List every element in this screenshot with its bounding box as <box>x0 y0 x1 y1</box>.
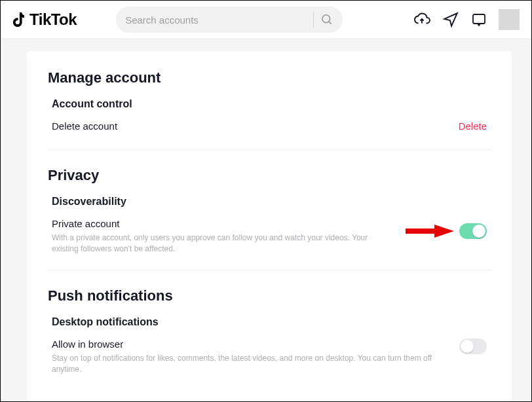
section-push-notifications: Push notifications <box>48 287 491 304</box>
private-account-toggle[interactable] <box>459 223 487 239</box>
inbox-icon[interactable] <box>471 12 487 27</box>
page-body: Manage account Account control Delete ac… <box>1 39 531 401</box>
row-delete-account: Delete account Delete <box>48 119 491 145</box>
header-actions <box>413 9 520 30</box>
settings-card: Manage account Account control Delete ac… <box>27 51 512 401</box>
divider <box>48 270 491 270</box>
subsection-discoverability: Discoverability <box>52 196 491 208</box>
private-account-desc: With a private account, only users you a… <box>52 232 390 255</box>
subsection-account-control: Account control <box>52 98 491 110</box>
messages-icon[interactable] <box>442 11 459 28</box>
tiktok-icon <box>12 11 27 28</box>
brand-text: TikTok <box>29 10 77 29</box>
avatar[interactable] <box>499 9 520 30</box>
divider <box>48 149 491 150</box>
search-icon[interactable] <box>320 13 333 26</box>
annotation-arrow-icon <box>403 218 455 244</box>
row-private-account: Private account With a private account, … <box>48 217 491 266</box>
allow-browser-label: Allow in browser <box>52 338 446 350</box>
svg-line-1 <box>329 22 332 24</box>
search-input[interactable] <box>125 14 307 26</box>
section-manage-account: Manage account <box>48 69 491 86</box>
svg-marker-3 <box>406 225 454 238</box>
search-box[interactable] <box>116 7 343 33</box>
upload-icon[interactable] <box>413 11 430 28</box>
app-header: TikTok <box>1 1 531 39</box>
section-privacy: Privacy <box>48 167 491 184</box>
delete-account-action[interactable]: Delete <box>459 120 487 132</box>
private-account-label: Private account <box>52 218 390 229</box>
brand-logo[interactable]: TikTok <box>12 10 77 29</box>
row-allow-browser: Allow in browser Stay on top of notifica… <box>48 337 491 386</box>
svg-rect-2 <box>473 14 485 24</box>
subsection-desktop-notifications: Desktop notifications <box>52 316 491 328</box>
delete-account-label: Delete account <box>52 120 446 132</box>
svg-point-0 <box>322 15 330 23</box>
allow-browser-desc: Stay on top of notifications for likes, … <box>52 353 446 376</box>
allow-browser-toggle[interactable] <box>459 338 487 354</box>
search-divider <box>313 11 314 28</box>
